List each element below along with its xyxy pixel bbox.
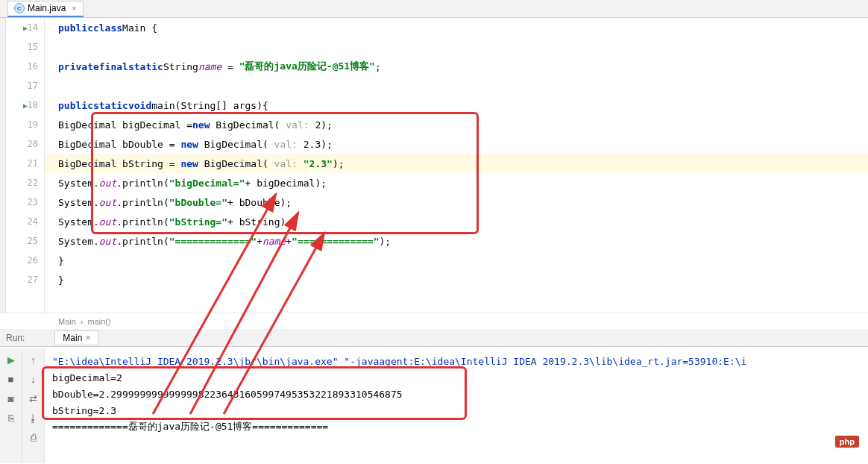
soft-wrap-icon[interactable]: ⇄ [27, 392, 40, 405]
console-line: =============磊哥的java历险记-@51博客===========… [52, 418, 861, 435]
breadcrumb[interactable]: Main › main() [0, 313, 868, 329]
console-line: bigDecimal=2 [52, 369, 861, 386]
run-tool-window: Run: Main × ▶ ■ ◙ ⎘ ↑ ↓ ⇄ ⭳ ⎙ "E:\idea\I… [0, 329, 868, 463]
run-config-tab[interactable]: Main × [54, 330, 98, 345]
line-number: 25 [28, 236, 38, 246]
code-editor[interactable]: public class Main { private final static… [45, 18, 868, 313]
run-tab-label: Main [63, 333, 82, 343]
run-toolbar-secondary: ↑ ↓ ⇄ ⭳ ⎙ [22, 348, 45, 463]
editor-tab-main[interactable]: C Main.java × [7, 1, 84, 17]
console-command-line: "E:\idea\IntelliJ IDEA 2019.2.3\jbr\bin\… [52, 353, 861, 369]
exit-icon[interactable]: ⎘ [4, 411, 18, 424]
tab-label: Main.java [28, 3, 66, 13]
run-gutter-icon[interactable]: ▶ [23, 101, 28, 110]
close-icon[interactable]: × [72, 4, 76, 13]
down-arrow-icon[interactable]: ↓ [27, 372, 40, 386]
scroll-to-end-icon[interactable]: ⭳ [27, 411, 40, 424]
run-toolbar-primary: ▶ ■ ◙ ⎘ [0, 348, 22, 463]
line-number: 18 [28, 100, 38, 110]
line-number: 23 [28, 197, 38, 207]
watermark-badge: php [835, 436, 859, 448]
line-number: 17 [28, 81, 38, 91]
line-number: 21 [28, 158, 38, 169]
up-arrow-icon[interactable]: ↑ [27, 353, 40, 366]
breadcrumb-method[interactable]: main() [88, 317, 111, 326]
console-line: bString=2.3 [52, 402, 861, 418]
line-number: 27 [28, 275, 38, 285]
line-number: 24 [28, 216, 38, 227]
line-number: 19 [28, 119, 38, 130]
editor-area: ▶14 15 16 17 ▶18 19 20 21 22 23 24 25 26… [0, 18, 868, 313]
run-label: Run: [6, 333, 25, 343]
line-number: 20 [28, 139, 38, 149]
console-output[interactable]: "E:\idea\IntelliJ IDEA 2019.2.3\jbr\bin\… [45, 348, 868, 463]
breadcrumb-class[interactable]: Main [58, 317, 76, 326]
run-header: Run: Main × [0, 329, 868, 347]
line-number: 16 [28, 61, 38, 72]
line-number-gutter: ▶14 15 16 17 ▶18 19 20 21 22 23 24 25 26… [0, 18, 45, 313]
line-number: 26 [28, 255, 38, 266]
line-number: 22 [28, 178, 38, 188]
java-class-icon: C [14, 3, 25, 13]
chevron-right-icon: › [81, 317, 84, 326]
run-gutter-icon[interactable]: ▶ [23, 24, 28, 32]
line-number: 14 [28, 22, 38, 33]
close-icon[interactable]: × [85, 333, 90, 343]
editor-tab-bar: C Main.java × [0, 0, 868, 18]
print-icon[interactable]: ⎙ [27, 430, 40, 444]
camera-icon[interactable]: ◙ [4, 392, 18, 405]
console-line: bDouble=2.299999999999999822364316059974… [52, 386, 861, 402]
stop-icon[interactable]: ■ [4, 372, 18, 386]
line-number: 15 [28, 42, 38, 52]
rerun-icon[interactable]: ▶ [4, 353, 18, 366]
